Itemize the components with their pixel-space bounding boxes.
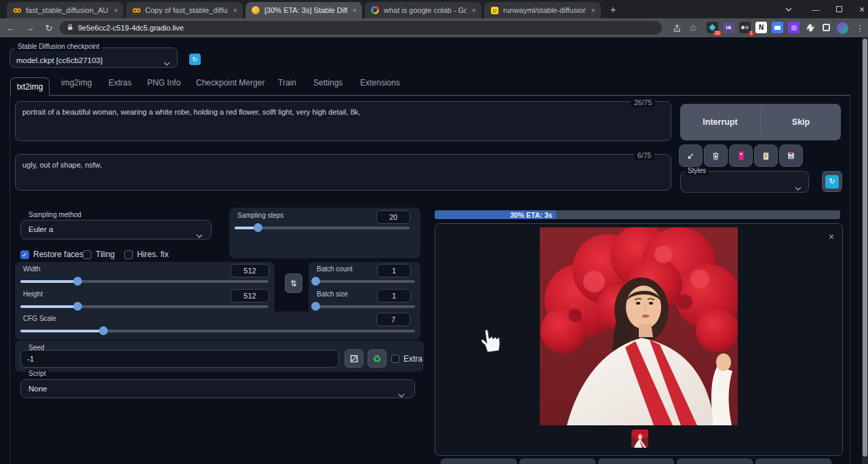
tab-close-icon[interactable]: × xyxy=(591,6,595,14)
extension-ia-icon[interactable]: IA xyxy=(723,22,734,33)
reload-icon[interactable]: ↻ xyxy=(41,20,57,36)
tab-search-chevron-icon[interactable] xyxy=(777,0,800,18)
tab-extensions[interactable]: Extensions xyxy=(360,78,400,88)
scrollbar-thumb[interactable] xyxy=(863,39,867,457)
slider-knob[interactable] xyxy=(311,277,320,286)
forward-icon[interactable]: → xyxy=(22,20,38,36)
tab-close-icon[interactable]: × xyxy=(233,6,237,14)
width-slider[interactable] xyxy=(20,280,269,283)
recycle-icon: ♻ xyxy=(373,353,382,364)
tab-settings[interactable]: Settings xyxy=(313,78,342,88)
slider-knob[interactable] xyxy=(311,302,320,311)
browser-tab-2[interactable]: Copy of fast_stable_diffusion_ × xyxy=(126,2,243,18)
extension-blue-icon[interactable] xyxy=(772,22,783,33)
profile-avatar[interactable] xyxy=(835,21,849,35)
cfg-scale-slider[interactable] xyxy=(20,330,415,332)
sampling-method-label: Sampling method xyxy=(26,211,84,219)
bookmark-star-icon[interactable]: ☆ xyxy=(686,21,700,35)
side-panel-icon[interactable] xyxy=(821,22,832,33)
extension-purple-icon[interactable] xyxy=(788,22,800,33)
window-close-button[interactable]: × xyxy=(850,0,868,18)
send-to-img2img-button-partial[interactable] xyxy=(598,459,674,464)
save-style-button[interactable] xyxy=(779,144,803,167)
sampling-steps-slider[interactable] xyxy=(235,227,410,229)
slider-knob[interactable] xyxy=(254,223,262,232)
tab-img2img[interactable]: img2img xyxy=(61,78,92,88)
extra-seed-option[interactable]: Extra xyxy=(391,354,422,364)
negative-prompt-textarea[interactable]: ugly, out of shape, nsfw, xyxy=(15,154,671,191)
tiling-option[interactable]: Tiling xyxy=(83,250,115,259)
zip-button-partial[interactable] xyxy=(519,459,595,464)
save-button-partial[interactable] xyxy=(441,459,517,464)
browser-tab-3-active[interactable]: [30% ETA: 3s] Stable Diffusion × xyxy=(245,2,362,18)
tab-train[interactable]: Train xyxy=(278,78,296,88)
swap-dimensions-button[interactable]: ⇅ xyxy=(285,273,302,293)
gallery-thumbnail[interactable] xyxy=(631,429,648,448)
extra-networks-button[interactable] xyxy=(729,144,753,167)
checkpoint-refresh-button[interactable]: ↻ xyxy=(189,54,201,65)
tab-checkpoint-merger[interactable]: Checkpoint Merger xyxy=(196,78,264,88)
send-to-inpaint-button-partial[interactable] xyxy=(677,459,753,464)
address-bar[interactable]: 9e5e6cc2-c519-4dc5.gradio.live xyxy=(60,21,662,35)
paste-params-button[interactable]: ↙ xyxy=(679,144,703,167)
browser-menu-icon[interactable]: ⋮ xyxy=(853,21,867,35)
tab-txt2img[interactable]: txt2img xyxy=(10,77,50,96)
page-scrollbar[interactable] xyxy=(862,37,868,464)
prompt-token-counter: 26/75 xyxy=(631,98,655,107)
browser-tab-5[interactable]: runwayml/stable-diffusion-v1 × xyxy=(484,2,601,18)
batch-size-slider[interactable] xyxy=(314,305,415,308)
batch-count-slider[interactable] xyxy=(314,280,415,283)
prompt-textarea[interactable]: portrait of a beautiful woman, wearing a… xyxy=(15,101,671,141)
extension-notion-icon[interactable]: N xyxy=(755,22,767,33)
hires-fix-checkbox[interactable] xyxy=(124,250,133,259)
random-seed-button[interactable]: ⚂ xyxy=(344,349,363,368)
restore-faces-checkbox[interactable] xyxy=(20,250,29,259)
extra-checkbox[interactable] xyxy=(391,355,399,363)
extension-badge: 20 xyxy=(713,31,722,36)
share-icon[interactable] xyxy=(670,21,684,35)
batch-size-input[interactable]: 1 xyxy=(377,289,411,303)
clear-prompt-button[interactable] xyxy=(704,144,728,167)
slider-fill xyxy=(20,305,77,308)
window-minimize-button[interactable]: — xyxy=(804,0,827,18)
window-maximize-button[interactable] xyxy=(827,0,850,18)
clipboard-icon xyxy=(762,151,770,161)
skip-button[interactable]: Skip xyxy=(761,104,841,140)
cfg-scale-input[interactable]: 7 xyxy=(376,313,410,326)
tab-extras[interactable]: Extras xyxy=(108,78,132,88)
tab-png-info[interactable]: PNG Info xyxy=(147,78,180,88)
extensions-puzzle-icon[interactable] xyxy=(804,22,816,33)
height-input[interactable]: 512 xyxy=(231,289,269,303)
new-tab-button[interactable]: + xyxy=(604,0,623,18)
sampling-steps-input[interactable]: 20 xyxy=(376,210,410,224)
reuse-seed-button[interactable]: ♻ xyxy=(368,349,387,368)
width-input[interactable]: 512 xyxy=(231,264,269,277)
apply-style-button[interactable] xyxy=(754,144,778,167)
batch-count-label: Batch count xyxy=(314,265,355,273)
browser-tab-1[interactable]: fast_stable_diffusion_AUTOMA × xyxy=(7,2,123,18)
card-icon xyxy=(736,151,746,161)
script-value: None xyxy=(28,385,47,393)
height-slider[interactable] xyxy=(20,305,269,308)
back-icon[interactable]: ← xyxy=(3,20,19,36)
hires-fix-option[interactable]: Hires. fix xyxy=(124,250,169,259)
tab-title: what is google colab - Googl xyxy=(384,6,467,14)
restore-faces-option[interactable]: Restore faces xyxy=(20,250,83,259)
height-label: Height xyxy=(20,290,45,298)
tab-close-icon[interactable]: × xyxy=(114,6,118,14)
styles-refresh-button[interactable]: ↻ xyxy=(822,171,842,192)
tiling-checkbox[interactable] xyxy=(83,250,92,259)
tab-close-icon[interactable]: × xyxy=(353,6,357,14)
extension-pin-icon[interactable]: 20 xyxy=(707,22,718,33)
extension-chat-icon[interactable]: 1 xyxy=(739,22,751,33)
tab-close-icon[interactable]: × xyxy=(472,6,476,14)
trash-icon xyxy=(711,151,720,161)
interrupt-button[interactable]: Interrupt xyxy=(680,104,760,140)
script-dropdown[interactable] xyxy=(20,379,415,398)
batch-count-input[interactable]: 1 xyxy=(377,264,411,277)
generated-image[interactable] xyxy=(540,227,738,425)
send-to-extras-button-partial[interactable] xyxy=(755,459,831,464)
browser-tab-4[interactable]: what is google colab - Googl × xyxy=(365,2,481,18)
seed-input[interactable] xyxy=(20,350,339,368)
gallery-close-icon[interactable]: × xyxy=(829,231,834,242)
